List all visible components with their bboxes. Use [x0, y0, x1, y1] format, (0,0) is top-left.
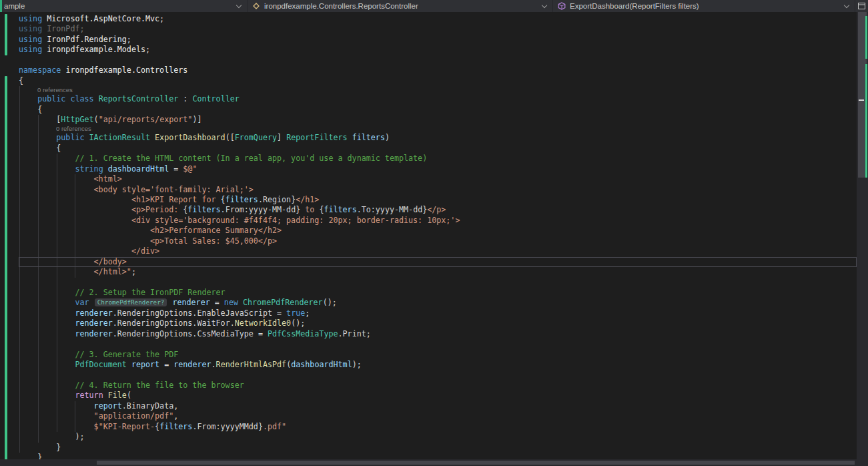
change-bar [5, 14, 7, 55]
code-area: using Microsoft.AspNetCore.Mvc;using Iro… [19, 14, 857, 463]
code-line: // 3. Generate the PDF [19, 350, 857, 360]
project-dropdown-label: ample [4, 2, 25, 10]
caret-position-mark [859, 99, 864, 101]
breadcrumb-bar: ample ironpdfexample.Controllers.Reports… [0, 0, 868, 12]
change-bar [5, 76, 7, 461]
code-line: ); [19, 432, 857, 442]
code-line: // 2. Setup the IronPDF Renderer [19, 288, 857, 298]
change-overview-mark [865, 64, 867, 178]
code-line: var ChromePdfRenderer? renderer = new Ch… [19, 298, 857, 308]
code-line: report.BinaryData, [19, 401, 857, 411]
horizontal-scrollbar-thumb[interactable] [97, 461, 855, 465]
code-line: <p>Total Sales: $45,000</p> [19, 236, 857, 246]
code-line: using IronPdf; [19, 24, 857, 34]
code-line: <p>Period: {filters.From:yyyy-MM-dd} to … [19, 205, 857, 215]
code-line: renderer.RenderingOptions.CssMediaType =… [19, 329, 857, 339]
code-line: <h2>Performance Summary</h2> [19, 226, 857, 236]
code-line: // 1. Create the HTML content (In a real… [19, 154, 857, 164]
horizontal-scrollbar[interactable] [0, 459, 857, 466]
chevron-down-icon [844, 3, 849, 8]
code-line [19, 278, 857, 288]
code-line: PdfDocument report = renderer.RenderHtml… [19, 360, 857, 370]
vertical-scrollbar[interactable] [857, 12, 868, 459]
code-line: using IronPdf.Rendering; [19, 35, 857, 45]
chevron-down-icon [542, 3, 547, 8]
code-line: <h1>KPI Report for {filters.Region}</h1> [19, 195, 857, 205]
chevron-down-icon [236, 3, 242, 8]
code-line: using Microsoft.AspNetCore.Mvc; [19, 14, 857, 24]
member-dropdown-label: ExportDashboard(ReportFilters filters) [570, 2, 699, 10]
code-line: public class ReportsController : Control… [19, 94, 857, 104]
split-editor-icon [858, 3, 865, 9]
member-dropdown[interactable]: ExportDashboard(ReportFilters filters) [553, 0, 855, 12]
codelens-line: 0 references [19, 125, 857, 133]
code-line: <html> [19, 174, 857, 184]
scrollbar-corner [857, 459, 868, 466]
type-dropdown[interactable]: ironpdfexample.Controllers.ReportsContro… [248, 0, 553, 12]
code-line: </body> [19, 257, 857, 267]
code-line: renderer.RenderingOptions.EnableJavaScri… [19, 308, 857, 318]
change-overview-mark [865, 16, 867, 59]
class-icon [252, 2, 260, 10]
inline-type-hint: ChromePdfRenderer? [95, 298, 167, 306]
code-line: { [19, 76, 857, 86]
type-dropdown-label: ironpdfexample.Controllers.ReportsContro… [264, 2, 418, 10]
code-line: { [19, 105, 857, 115]
project-dropdown[interactable]: ample [0, 0, 248, 12]
code-line: renderer.RenderingOptions.WaitFor.Networ… [19, 318, 857, 328]
code-line [19, 55, 857, 65]
code-line: // 4. Return the file to the browser [19, 381, 857, 391]
code-line: } [19, 443, 857, 453]
code-line: { [19, 144, 857, 154]
code-line: return File( [19, 391, 857, 401]
code-line: </html>"; [19, 267, 857, 277]
code-line: using ironpdfexample.Models; [19, 45, 857, 55]
code-line: </div> [19, 246, 857, 256]
method-icon [558, 2, 566, 10]
code-line [19, 370, 857, 380]
code-line: <div style='background: #f4f4f4; padding… [19, 216, 857, 226]
code-line: [HttpGet("api/reports/export")] [19, 115, 857, 125]
code-line [19, 339, 857, 349]
code-editor[interactable]: using Microsoft.AspNetCore.Mvc;using Iro… [0, 12, 857, 466]
code-line: namespace ironpdfexample.Controllers [19, 65, 857, 75]
code-line: $"KPI-Report-{filters.From:yyyyMMdd}.pdf… [19, 422, 857, 432]
code-line: "application/pdf", [19, 411, 857, 421]
codelens-line: 0 references [19, 86, 857, 94]
code-line: string dashboardHtml = $@" [19, 164, 857, 174]
code-line: <body style='font-family: Arial;'> [19, 185, 857, 195]
split-editor-button[interactable] [855, 0, 868, 12]
code-line: public IActionResult ExportDashboard([Fr… [19, 133, 857, 143]
